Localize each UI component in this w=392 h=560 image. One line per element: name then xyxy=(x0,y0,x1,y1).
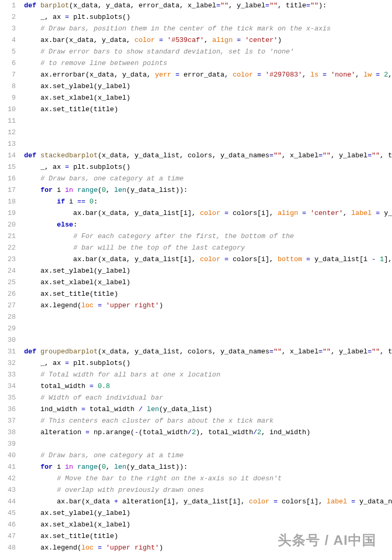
line-number: 5 xyxy=(0,46,16,58)
line-number: 48 xyxy=(0,542,16,554)
code-line: # Draw error bars to show standard devia… xyxy=(24,46,392,58)
line-number: 10 xyxy=(0,104,16,115)
code-line: _, ax = plt.subplots() xyxy=(24,358,392,369)
line-number: 41 xyxy=(0,461,16,473)
line-number: 12 xyxy=(0,127,16,138)
line-number: 17 xyxy=(0,185,16,196)
code-line: if i == 0: xyxy=(24,196,392,208)
line-number: 37 xyxy=(0,415,16,427)
code-line: ax.errorbar(x_data, y_data, yerr = error… xyxy=(24,69,392,81)
line-number: 3 xyxy=(0,23,16,35)
line-number: 25 xyxy=(0,277,16,288)
code-line: ax.set_title(title) xyxy=(24,288,392,300)
line-number: 28 xyxy=(0,311,16,323)
code-line: ax.set_ylabel(y_label) xyxy=(24,265,392,277)
code-line: ax.set_xlabel(x_label) xyxy=(24,519,392,531)
line-number: 35 xyxy=(0,392,16,404)
code-line: # Move the bar to the right on the x-axi… xyxy=(24,473,392,484)
line-number: 40 xyxy=(0,450,16,461)
code-line: ax.set_title(title) xyxy=(24,104,392,115)
line-number: 18 xyxy=(0,196,16,208)
code-viewer: 1234567891011121314151617181920212223242… xyxy=(0,0,392,554)
code-line: def stackedbarplot(x_data, y_data_list, … xyxy=(24,150,392,161)
code-line: else: xyxy=(24,219,392,231)
line-number: 29 xyxy=(0,323,16,335)
code-line: # overlap with previously drawn ones xyxy=(24,484,392,496)
code-line: # Width of each individual bar xyxy=(24,392,392,404)
line-number: 30 xyxy=(0,335,16,346)
line-number: 20 xyxy=(0,219,16,231)
line-number: 8 xyxy=(0,81,16,92)
code-line xyxy=(24,115,392,127)
code-line: def groupedbarplot(x_data, y_data_list, … xyxy=(24,346,392,358)
code-line: # to remove line between points xyxy=(24,58,392,69)
line-number: 1 xyxy=(0,0,16,12)
line-number: 31 xyxy=(0,346,16,358)
line-number: 14 xyxy=(0,150,16,161)
code-line: ax.set_ylabel(y_label) xyxy=(24,508,392,519)
line-number: 4 xyxy=(0,35,16,46)
line-number: 38 xyxy=(0,427,16,438)
code-line: def barplot(x_data, y_data, error_data, … xyxy=(24,0,392,12)
code-lines: def barplot(x_data, y_data, error_data, … xyxy=(20,0,392,554)
code-line: for i in range(0, len(y_data_list)): xyxy=(24,185,392,196)
code-line: # Draw bars, one category at a time xyxy=(24,450,392,461)
code-line: ax.bar(x_data + alteration[i], y_data_li… xyxy=(24,496,392,508)
line-number: 7 xyxy=(0,69,16,81)
line-number: 34 xyxy=(0,381,16,392)
code-line: ax.bar(x_data, y_data_list[i], color = c… xyxy=(24,208,392,219)
code-line: # Draw bars, one category at a time xyxy=(24,173,392,185)
code-line: _, ax = plt.subplots() xyxy=(24,161,392,173)
line-number: 6 xyxy=(0,58,16,69)
line-number: 21 xyxy=(0,231,16,242)
code-line xyxy=(24,335,392,346)
code-line: total_width = 0.8 xyxy=(24,381,392,392)
line-number: 2 xyxy=(0,12,16,23)
code-line: ax.set_ylabel(y_label) xyxy=(24,81,392,92)
line-number: 13 xyxy=(0,138,16,150)
code-line xyxy=(24,323,392,335)
code-line xyxy=(24,311,392,323)
code-line: alteration = np.arange(-(total_width/2),… xyxy=(24,427,392,438)
code-line: # For each category after the first, the… xyxy=(24,231,392,242)
line-number: 11 xyxy=(0,115,16,127)
code-line: ax.bar(x_data, y_data, color = '#539caf'… xyxy=(24,35,392,46)
line-number: 43 xyxy=(0,484,16,496)
line-number: 44 xyxy=(0,496,16,508)
code-line xyxy=(24,127,392,138)
code-line: # bar will be the top of the last catego… xyxy=(24,242,392,254)
code-line: # Total width for all bars at one x loca… xyxy=(24,369,392,381)
line-number: 46 xyxy=(0,519,16,531)
code-line: ind_width = total_width / len(y_data_lis… xyxy=(24,404,392,415)
code-line: ax.bar(x_data, y_data_list[i], color = c… xyxy=(24,254,392,265)
code-line xyxy=(24,438,392,450)
line-number: 24 xyxy=(0,265,16,277)
line-number: 19 xyxy=(0,208,16,219)
code-line: ax.set_xlabel(x_label) xyxy=(24,92,392,104)
line-number: 39 xyxy=(0,438,16,450)
line-number-gutter: 1234567891011121314151617181920212223242… xyxy=(0,0,20,554)
line-number: 9 xyxy=(0,92,16,104)
code-line: _, ax = plt.subplots() xyxy=(24,12,392,23)
code-line: # This centers each cluster of bars abou… xyxy=(24,415,392,427)
code-line xyxy=(24,138,392,150)
watermark-text: 头条号 / AI中国 xyxy=(278,531,376,550)
line-number: 36 xyxy=(0,404,16,415)
line-number: 15 xyxy=(0,161,16,173)
line-number: 45 xyxy=(0,508,16,519)
line-number: 23 xyxy=(0,254,16,265)
line-number: 33 xyxy=(0,369,16,381)
code-line: for i in range(0, len(y_data_list)): xyxy=(24,461,392,473)
line-number: 32 xyxy=(0,358,16,369)
code-line: ax.set_xlabel(x_label) xyxy=(24,277,392,288)
code-line: ax.legend(loc = 'upper right') xyxy=(24,300,392,311)
line-number: 47 xyxy=(0,531,16,542)
line-number: 42 xyxy=(0,473,16,484)
line-number: 22 xyxy=(0,242,16,254)
line-number: 27 xyxy=(0,300,16,311)
line-number: 16 xyxy=(0,173,16,185)
line-number: 26 xyxy=(0,288,16,300)
code-line: # Draw bars, position them in the center… xyxy=(24,23,392,35)
